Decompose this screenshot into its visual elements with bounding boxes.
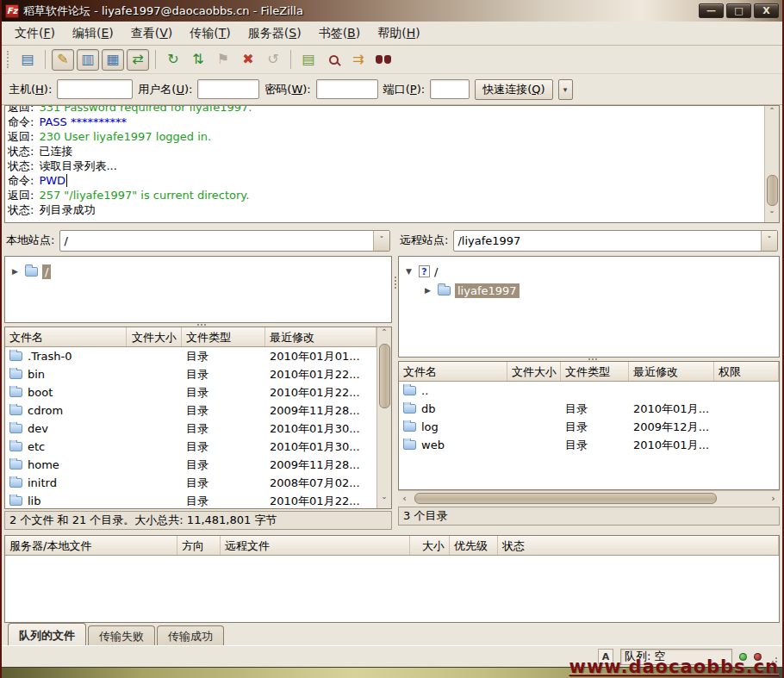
menu-help[interactable]: 帮助(H) bbox=[370, 23, 427, 44]
host-input[interactable] bbox=[57, 79, 133, 99]
scrollbar-track[interactable] bbox=[378, 340, 391, 495]
column-header-status[interactable]: 状态 bbox=[498, 536, 779, 555]
scroll-left-icon[interactable]: ‹ bbox=[398, 492, 411, 505]
expander-icon[interactable]: ▶ bbox=[425, 286, 433, 295]
file-row[interactable]: lib目录2010年01月22... bbox=[5, 492, 376, 508]
menu-label: 文件( bbox=[15, 26, 43, 40]
tree-item-label: liyafe1997 bbox=[455, 283, 520, 298]
file-row[interactable]: bin目录2010年01月22... bbox=[5, 365, 376, 383]
scroll-up-icon[interactable]: ˆ bbox=[378, 327, 391, 340]
tab-queued-files[interactable]: 队列的文件 bbox=[8, 623, 86, 645]
column-header-filename[interactable]: 文件名 bbox=[399, 362, 507, 381]
tree-item-root[interactable]: ▼ ? / bbox=[399, 262, 779, 281]
menu-label: ) bbox=[226, 26, 230, 40]
chevron-down-icon[interactable]: ˇ bbox=[761, 231, 777, 251]
menu-server[interactable]: 服务器(S) bbox=[240, 23, 309, 44]
tree-item-root[interactable]: ▶ / bbox=[5, 262, 391, 281]
disconnect-button[interactable]: ✖ bbox=[237, 49, 259, 71]
remote-status-bar: 3 个目录 bbox=[398, 507, 780, 526]
quickconnect-button[interactable]: 快速连接(Q) bbox=[475, 79, 552, 100]
directory-comparison-button[interactable] bbox=[322, 49, 345, 71]
menu-edit[interactable]: 编辑(E) bbox=[65, 23, 121, 44]
file-row[interactable]: dev目录2010年01月30... bbox=[5, 420, 376, 438]
menu-file[interactable]: 文件(F) bbox=[7, 23, 63, 44]
column-header-filetype[interactable]: 文件类型 bbox=[561, 362, 629, 381]
remote-site-combobox[interactable]: /liyafe1997 ˇ bbox=[453, 230, 778, 252]
tab-failed-transfers[interactable]: 传输失败 bbox=[88, 625, 155, 645]
menu-view[interactable]: 查看(V) bbox=[123, 23, 181, 44]
file-row[interactable]: cdrom目录2009年11月28... bbox=[5, 401, 376, 420]
scroll-down-icon[interactable]: ˇ bbox=[378, 495, 391, 508]
file-name: .Trash-0 bbox=[28, 350, 72, 363]
expander-icon[interactable]: ▼ bbox=[406, 267, 414, 276]
log-scrollbar-vertical[interactable]: ˆ ˇ bbox=[764, 106, 779, 222]
column-header-filesize[interactable]: 文件大小 bbox=[127, 327, 182, 346]
column-header-server-local-file[interactable]: 服务器/本地文件 bbox=[5, 536, 177, 555]
app-icon: Fz bbox=[5, 4, 19, 18]
column-header-filename[interactable]: 文件名 bbox=[5, 327, 127, 346]
queue-header: 服务器/本地文件 方向 远程文件 大小 优先级 状态 bbox=[5, 536, 779, 556]
folder-icon bbox=[9, 478, 22, 488]
file-row[interactable]: home目录2009年11月28... bbox=[5, 456, 376, 474]
local-list-scrollbar[interactable]: ˆ ˇ bbox=[376, 327, 391, 508]
toolbar: ▤ ✎ ▥ ▦ ⇄ ↻ ⇅ ⚑ ✖ ↺ ▤ ⇉ bbox=[2, 46, 782, 74]
port-input[interactable] bbox=[430, 79, 470, 99]
tab-successful-transfers[interactable]: 传输成功 bbox=[157, 625, 224, 645]
file-row[interactable]: .. bbox=[399, 382, 779, 400]
log-line: 命令:PASS ********** bbox=[8, 115, 762, 129]
password-input[interactable] bbox=[316, 79, 378, 99]
scroll-right-icon[interactable]: › bbox=[767, 492, 780, 505]
toggle-queue-button[interactable]: ⇄ bbox=[127, 49, 149, 71]
column-header-modified[interactable]: 最近修改 bbox=[265, 327, 376, 346]
column-header-direction[interactable]: 方向 bbox=[177, 536, 221, 555]
toggle-local-tree-button[interactable]: ▥ bbox=[77, 49, 99, 71]
filter-button[interactable]: ▤ bbox=[297, 49, 320, 71]
file-row[interactable]: etc目录2010年01月30... bbox=[5, 438, 376, 456]
scrollbar-thumb[interactable] bbox=[414, 493, 717, 504]
close-button[interactable]: X bbox=[754, 3, 779, 18]
maximize-button[interactable]: □ bbox=[726, 3, 751, 18]
find-files-button[interactable] bbox=[372, 49, 395, 71]
column-header-remote-file[interactable]: 远程文件 bbox=[221, 536, 410, 555]
file-row[interactable]: .Trash-0目录2010年01月01... bbox=[5, 347, 376, 365]
pane-splitter[interactable] bbox=[392, 225, 398, 533]
remote-list-scrollbar-horizontal[interactable]: ‹ › bbox=[398, 490, 780, 505]
file-row[interactable]: initrd目录2008年07月02... bbox=[5, 474, 376, 492]
quickconnect-dropdown-button[interactable]: ▾ bbox=[558, 79, 573, 100]
file-name: db bbox=[421, 402, 436, 415]
file-row[interactable]: web目录2010年01月... bbox=[399, 436, 779, 454]
process-queue-button[interactable]: ⇅ bbox=[187, 49, 209, 71]
scroll-up-icon[interactable]: ˆ bbox=[766, 106, 779, 119]
scrollbar-thumb[interactable] bbox=[767, 175, 778, 206]
column-header-priority[interactable]: 优先级 bbox=[450, 536, 498, 555]
file-row[interactable]: boot目录2010年01月22... bbox=[5, 383, 376, 401]
column-header-filetype[interactable]: 文件类型 bbox=[182, 327, 265, 346]
scrollbar-track[interactable] bbox=[766, 119, 779, 209]
refresh-button[interactable]: ↻ bbox=[162, 49, 184, 71]
scroll-down-icon[interactable]: ˇ bbox=[766, 209, 779, 222]
tree-item-child[interactable]: ▶ liyafe1997 bbox=[399, 281, 779, 300]
column-header-permissions[interactable]: 权限 bbox=[714, 362, 779, 381]
chevron-down-icon[interactable]: ˇ bbox=[373, 231, 389, 251]
username-input[interactable] bbox=[197, 79, 259, 99]
column-header-modified[interactable]: 最近修改 bbox=[629, 362, 714, 381]
local-site-combobox[interactable]: / ˇ bbox=[59, 230, 390, 252]
remote-directory-tree: ▼ ? / ▶ liyafe1997 bbox=[398, 256, 780, 358]
file-type: 目录 bbox=[182, 367, 265, 383]
scrollbar-track[interactable] bbox=[411, 492, 767, 505]
minimize-button[interactable]: — bbox=[699, 3, 724, 18]
file-name: bin bbox=[28, 368, 45, 381]
username-label: 用户名(U): bbox=[138, 82, 192, 97]
toggle-log-view-button[interactable]: ✎ bbox=[52, 49, 74, 71]
expander-icon[interactable]: ▶ bbox=[12, 267, 21, 276]
scrollbar-thumb[interactable] bbox=[379, 344, 390, 409]
site-manager-button[interactable]: ▤ bbox=[16, 49, 39, 71]
column-header-size[interactable]: 大小 bbox=[410, 536, 450, 555]
toggle-remote-tree-button[interactable]: ▦ bbox=[102, 49, 124, 71]
menu-bookmarks[interactable]: 书签(B) bbox=[311, 23, 369, 44]
file-row[interactable]: log目录2009年12月... bbox=[399, 418, 779, 436]
menu-transfer[interactable]: 传输(T) bbox=[182, 23, 239, 44]
file-row[interactable]: db目录2010年01月... bbox=[399, 400, 779, 418]
column-header-filesize[interactable]: 文件大小 bbox=[507, 362, 561, 381]
synchronized-browsing-button[interactable]: ⇉ bbox=[347, 49, 370, 71]
